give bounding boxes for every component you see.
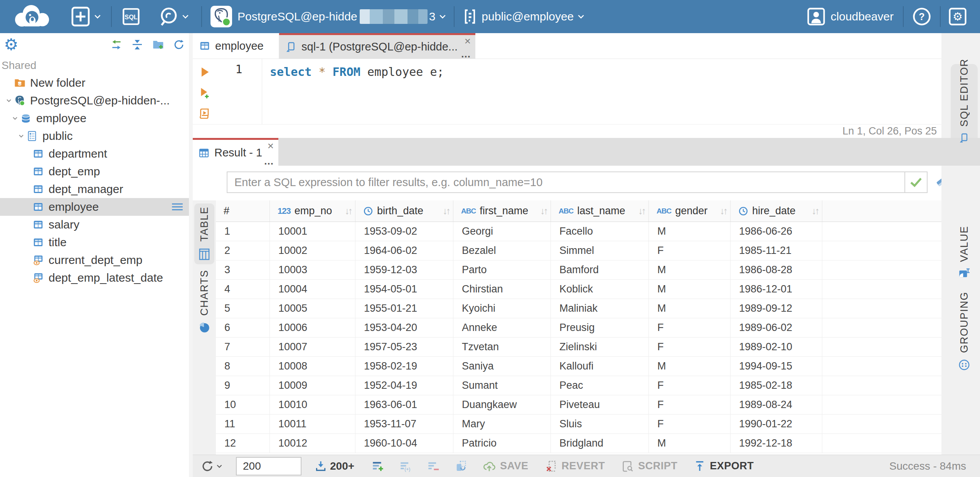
cell-first_name[interactable]: Saniya — [453, 357, 551, 376]
column-header-last_name[interactable]: ABClast_name↓↑ — [551, 200, 649, 222]
table-row[interactable]: 1100011953-09-02GeorgiFacelloM1986-06-26 — [216, 222, 941, 241]
cell-gender[interactable]: M — [649, 299, 731, 318]
row-number-cell[interactable]: 6 — [216, 318, 270, 337]
cell-gender[interactable]: F — [649, 376, 731, 395]
sort-arrows-icon[interactable]: ↓↑ — [812, 205, 818, 217]
row-number-cell[interactable]: 12 — [216, 434, 270, 453]
cell-birth_date[interactable]: 1953-11-07 — [355, 415, 453, 433]
cell-last_name[interactable]: Sluis — [551, 415, 649, 433]
fetch-more-button[interactable]: 200+ — [315, 460, 354, 472]
cell-emp_no[interactable]: 10004 — [270, 280, 355, 299]
table-row[interactable]: 3100031959-12-03PartoBamfordM1986-08-28 — [216, 260, 941, 280]
column-header-hire_date[interactable]: hire_date↓↑ — [731, 200, 822, 222]
cell-gender[interactable]: F — [649, 395, 731, 414]
sync-connection-icon[interactable] — [110, 39, 123, 51]
row-number-cell[interactable]: 8 — [216, 357, 270, 376]
row-number-cell[interactable]: 3 — [216, 260, 270, 279]
cell-birth_date[interactable]: 1963-06-01 — [355, 395, 453, 414]
row-number-cell[interactable]: 10 — [216, 395, 270, 414]
sql-code-area[interactable]: select * FROM employee e; — [262, 59, 941, 124]
tab-grouping[interactable]: GROUPING — [951, 291, 978, 372]
delete-row-button[interactable] — [427, 460, 440, 473]
execute-new-tab-button[interactable] — [198, 82, 211, 103]
cell-emp_no[interactable]: 10006 — [270, 318, 355, 337]
cell-emp_no[interactable]: 10002 — [270, 241, 355, 260]
tree-item-dept-emp-latest-date[interactable]: dept_emp_latest_date — [0, 269, 189, 287]
cell-last_name[interactable]: Piveteau — [551, 395, 649, 414]
row-limit-input[interactable] — [236, 457, 301, 475]
cell-hire_date[interactable]: 1990-01-22 — [731, 415, 822, 433]
cell-first_name[interactable]: Tzvetan — [453, 338, 551, 356]
cell-last_name[interactable]: Preusig — [551, 318, 649, 337]
export-button[interactable]: EXPORT — [694, 460, 754, 472]
table-row[interactable]: 12100121960-10-04PatricioBridglandM1992-… — [216, 434, 941, 453]
cell-hire_date[interactable]: 1989-09-12 — [731, 299, 822, 318]
close-tab-icon[interactable]: × — [268, 141, 274, 151]
row-number-cell[interactable]: 2 — [216, 241, 270, 260]
cell-hire_date[interactable]: 1985-11-21 — [731, 241, 822, 260]
tools-button[interactable] — [158, 7, 190, 27]
cell-birth_date[interactable]: 1957-05-23 — [355, 338, 453, 356]
cell-first_name[interactable]: Sumant — [453, 376, 551, 395]
row-number-cell[interactable]: 11 — [216, 415, 270, 433]
cell-emp_no[interactable]: 10003 — [270, 260, 355, 279]
sort-arrows-icon[interactable]: ↓↑ — [540, 205, 547, 217]
script-button[interactable]: SCRIPT — [621, 460, 677, 473]
tree-item-new-folder[interactable]: New folder — [0, 74, 189, 92]
chevron-down-icon[interactable] — [10, 115, 20, 122]
cell-birth_date[interactable]: 1953-04-20 — [355, 318, 453, 337]
cell-birth_date[interactable]: 1955-01-21 — [355, 299, 453, 318]
cell-birth_date[interactable]: 1959-12-03 — [355, 260, 453, 279]
cell-last_name[interactable]: Bamford — [551, 260, 649, 279]
sort-arrows-icon[interactable]: ↓↑ — [720, 205, 726, 217]
cell-hire_date[interactable]: 1989-02-10 — [731, 338, 822, 356]
sort-arrows-icon[interactable]: ↓↑ — [443, 205, 449, 217]
cell-birth_date[interactable]: 1953-09-02 — [355, 222, 453, 241]
cell-hire_date[interactable]: 1989-08-24 — [731, 395, 822, 414]
cell-first_name[interactable]: Anneke — [453, 318, 551, 337]
cell-gender[interactable]: M — [649, 434, 731, 453]
collapse-all-icon[interactable] — [131, 39, 143, 51]
tree-item-current-dept-emp[interactable]: current_dept_emp — [0, 251, 189, 269]
cell-emp_no[interactable]: 10007 — [270, 338, 355, 356]
filter-input[interactable] — [227, 172, 904, 192]
tree-item-public[interactable]: public — [0, 127, 189, 145]
tab-menu-icon[interactable]: ... — [461, 49, 471, 59]
cell-gender[interactable]: F — [649, 241, 731, 260]
column-header-gender[interactable]: ABCgender↓↑ — [649, 200, 731, 222]
chevron-down-icon[interactable] — [16, 133, 26, 139]
sql-editor-button[interactable]: SQL — [122, 7, 140, 26]
table-row[interactable]: 10100101963-06-01DuangkaewPiveteauF1989-… — [216, 395, 941, 415]
refresh-results-button[interactable] — [200, 459, 223, 473]
cell-last_name[interactable]: Peac — [551, 376, 649, 395]
cell-first_name[interactable]: Duangkaew — [453, 395, 551, 414]
apply-filter-button[interactable] — [904, 172, 927, 192]
cell-hire_date[interactable]: 1986-12-01 — [731, 280, 822, 299]
settings-button[interactable]: ⚙ — [948, 7, 967, 26]
cell-last_name[interactable]: Simmel — [551, 241, 649, 260]
cell-first_name[interactable]: Parto — [453, 260, 551, 279]
cell-hire_date[interactable]: 1985-02-18 — [731, 376, 822, 395]
cell-hire_date[interactable]: 1986-06-26 — [731, 222, 822, 241]
cell-gender[interactable]: F — [649, 338, 731, 356]
tree-item-employee[interactable]: employee — [0, 198, 189, 216]
table-row[interactable]: 2100021964-06-02BezalelSimmelF1985-11-21 — [216, 241, 941, 260]
cell-birth_date[interactable]: 1954-05-01 — [355, 280, 453, 299]
cell-birth_date[interactable]: 1964-06-02 — [355, 241, 453, 260]
tree-item-employee[interactable]: employee — [0, 109, 189, 127]
cell-gender[interactable]: M — [649, 280, 731, 299]
add-row-button[interactable] — [371, 460, 384, 473]
refresh-tree-icon[interactable] — [173, 39, 185, 51]
cell-last_name[interactable]: Bridgland — [551, 434, 649, 453]
cell-first_name[interactable]: Mary — [453, 415, 551, 433]
cell-first_name[interactable]: Georgi — [453, 222, 551, 241]
connection-selector[interactable]: PostgreSQL@ep-hidde 3 — [210, 6, 447, 27]
tab-result-1[interactable]: Result - 1 × ... — [193, 138, 278, 166]
item-menu-icon[interactable] — [172, 203, 183, 211]
new-folder-icon[interactable] — [152, 39, 164, 51]
column-header-first_name[interactable]: ABCfirst_name↓↑ — [453, 200, 551, 222]
new-connection-button[interactable] — [71, 6, 102, 27]
cell-emp_no[interactable]: 10001 — [270, 222, 355, 241]
cell-hire_date[interactable]: 1989-06-02 — [731, 318, 822, 337]
cell-gender[interactable]: F — [649, 318, 731, 337]
